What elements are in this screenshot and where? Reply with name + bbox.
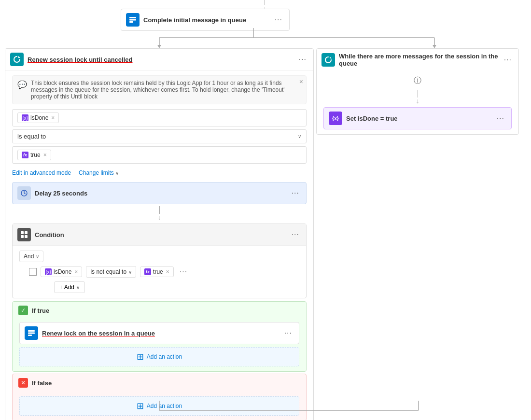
if-true-body: Renew lock on the session in a queue ···… (13, 319, 306, 371)
add-action-icon-true: ⊞ (137, 351, 144, 362)
and-label: And (24, 253, 34, 260)
and-chevron: ∨ (36, 254, 39, 259)
set-is-done-title: Set isDone = true (346, 115, 491, 122)
if-true-block: ✓ If true (12, 301, 307, 372)
if-true-header: ✓ If true (13, 302, 306, 319)
svg-line-12 (24, 193, 26, 194)
condition-row: {x} isDone × is not equal to ∨ fx true (29, 266, 299, 278)
condition-operator-select[interactable]: is not equal to ∨ (86, 266, 136, 278)
set-is-done-ellipsis[interactable]: ··· (495, 113, 506, 124)
until-ellipsis[interactable]: ··· (297, 54, 308, 65)
delay-icon (17, 186, 31, 200)
svg-marker-8 (433, 45, 436, 48)
delay-ellipsis[interactable]: ··· (290, 188, 301, 198)
delay-title: Delay 25 seconds (35, 190, 286, 197)
edit-advanced-link[interactable]: Edit in advanced mode (12, 169, 71, 176)
and-dropdown[interactable]: And ∨ (19, 251, 43, 262)
delay-header: Delay 25 seconds ··· (13, 182, 306, 204)
delay-to-condition-connector: ↓ (12, 206, 307, 221)
if-false-badge: ✕ (18, 378, 28, 388)
delay-block: Delay 25 seconds ··· (12, 182, 307, 204)
set-icon: {x} (329, 112, 342, 125)
svg-marker-9 (18, 56, 20, 58)
is-equal-to-label: is equal to (17, 133, 46, 140)
svg-rect-19 (28, 335, 32, 336)
queue-icon (126, 13, 140, 27)
svg-rect-0 (129, 17, 136, 18)
is-done-chip-row: {x} isDone × (12, 109, 307, 126)
right-column: While there are more messages for the se… (316, 48, 519, 135)
condition-add-btn[interactable]: + Add ∨ (54, 281, 85, 293)
svg-rect-2 (129, 21, 133, 23)
if-false-label: If false (32, 379, 300, 387)
condition-is-done-chip: {x} isDone × (41, 266, 82, 277)
until-icon (10, 53, 24, 66)
fn-close[interactable]: × (43, 152, 47, 158)
renew-lock-ellipsis[interactable]: ··· (282, 328, 294, 338)
condition-row-ellipsis[interactable]: ··· (178, 266, 189, 277)
info-close-btn[interactable]: × (299, 78, 303, 85)
svg-rect-13 (21, 231, 24, 234)
renew-lock-title: Renew lock on the session in a queue (42, 330, 279, 337)
fn-label: true (30, 152, 41, 158)
if-false-header: ✕ If false (13, 374, 306, 392)
while-icon (321, 53, 335, 67)
add-label: + Add (59, 284, 74, 291)
is-done-label: isDone (30, 114, 48, 121)
is-done-chip: {x} isDone × (17, 112, 59, 123)
until-header: Renew session lock until cancelled ··· (5, 49, 313, 70)
while-body: ⓘ ↓ {x} Set isDone = true ··· (317, 71, 518, 134)
condition-fn-chip: fx true × (140, 266, 174, 277)
info-icon: 💬 (17, 80, 27, 89)
set-is-done-block: {x} Set isDone = true ··· (323, 107, 512, 129)
is-done-close[interactable]: × (51, 114, 55, 121)
while-title: While there are more messages for the se… (339, 53, 498, 67)
until-block-container: Renew session lock until cancelled ··· 💬… (5, 48, 314, 420)
if-true-add-action-btn[interactable]: ⊞ Add an action (19, 347, 299, 366)
renew-lock-header: Renew lock on the session in a queue ··· (20, 322, 299, 344)
if-true-label: If true (32, 307, 300, 314)
while-info-row: ⓘ (323, 76, 512, 86)
add-chevron: ∨ (76, 285, 80, 290)
svg-rect-18 (28, 333, 35, 334)
renew-lock-icon (25, 326, 38, 340)
condition-title: Condition (35, 231, 286, 238)
bottom-connector (0, 401, 531, 420)
fn-chip: fx true × (17, 150, 51, 160)
condition-body: And ∨ {x} isDone × is (13, 246, 306, 298)
change-limits-link[interactable]: Change limits ∨ (79, 169, 119, 176)
while-info-icon: ⓘ (414, 76, 421, 86)
condition-operator-label: is not equal to (90, 268, 126, 275)
until-title: Renew session lock until cancelled (28, 56, 293, 63)
if-true-add-action-label: Add an action (147, 353, 182, 360)
while-ellipsis[interactable]: ··· (502, 55, 514, 65)
is-equal-to-row[interactable]: is equal to ∨ (12, 129, 307, 143)
svg-rect-15 (21, 235, 24, 238)
while-arrow-down: ↓ (323, 90, 512, 104)
fn-chip-row: fx true × (12, 146, 307, 164)
is-equal-dropdown-icon: ∨ (298, 134, 301, 139)
condition-checkbox[interactable] (29, 268, 37, 276)
condition-operator-chevron: ∨ (128, 269, 132, 275)
info-banner: 💬 This block ensures the session lock re… (12, 75, 307, 104)
condition-chip-close[interactable]: × (74, 268, 78, 275)
svg-rect-16 (25, 235, 28, 238)
condition-is-done-label: isDone (54, 268, 71, 275)
condition-fn-icon: fx (144, 268, 151, 275)
svg-marker-6 (157, 45, 161, 48)
var-icon-1: {x} (22, 114, 28, 121)
condition-fn-close[interactable]: × (166, 268, 169, 275)
while-header: While there are more messages for the se… (317, 49, 518, 71)
complete-initial-message-title: Complete initial message in queue (143, 16, 269, 24)
complete-initial-message-ellipsis[interactable]: ··· (273, 14, 284, 25)
condition-fn-label: true (153, 268, 163, 275)
complete-initial-message-header: Complete initial message in queue ··· (121, 9, 289, 30)
var-icon-2: {x} (45, 268, 52, 275)
condition-header: Condition ··· (13, 224, 306, 246)
links-row: Edit in advanced mode Change limits ∨ (12, 167, 307, 179)
renew-lock-action-block: Renew lock on the session in a queue ··· (19, 322, 299, 344)
condition-ellipsis[interactable]: ··· (290, 229, 301, 240)
svg-marker-20 (330, 56, 332, 58)
while-block: While there are more messages for the se… (316, 48, 519, 135)
svg-rect-17 (28, 330, 35, 332)
